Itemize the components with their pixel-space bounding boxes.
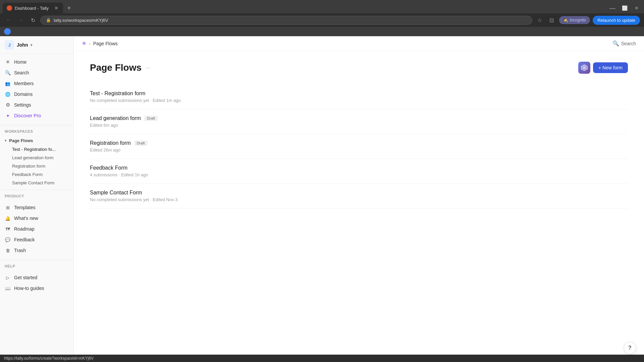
form-meta-reg-form: Edited 26m ago [90,147,628,153]
new-form-button[interactable]: + New form [593,62,628,73]
how-to-label: How-to guides [14,286,44,291]
main-content: ✳ › Page Flows 🔍 Search Page Flows ··· [74,36,644,355]
help-section-title: Help [0,261,73,269]
tab-close-button[interactable]: ✕ [54,5,59,11]
form-title-test-reg: Test - Registration form [90,90,145,97]
back-button[interactable]: ← [4,15,13,25]
whats-new-icon: 🔔 [5,215,11,221]
breadcrumb-separator: › [89,41,91,46]
new-form-area: + New form [578,62,628,74]
form-title-lead-gen: Lead generation form [90,115,141,121]
sidebar-item-roadmap[interactable]: 🗺 Roadmap [0,224,73,234]
trash-icon: 🗑 [5,247,11,253]
breadcrumb-current: Page Flows [93,41,118,46]
form-meta-sample-contact: No completed submissions yet · Edited No… [90,197,628,202]
form-list: Test - Registration form No completed su… [90,84,628,208]
breadcrumb-icon: ✳ [82,40,86,47]
roadmap-label: Roadmap [14,226,35,232]
page-title-row: Page Flows ··· + New form [90,62,628,74]
sidebar-header[interactable]: J John ▾ [0,36,73,54]
restore-button[interactable]: ⬜ [620,3,629,13]
sub-item-sample-contact[interactable]: Sample Contact Form [0,179,73,187]
roadmap-icon: 🗺 [5,226,11,232]
settings-label: Settings [14,102,31,108]
browser-chrome: Dashboard - Tally ✕ + — ⬜ ✕ ← → ↻ 🔒 tall… [0,0,644,36]
sidebar-item-trash[interactable]: 🗑 Trash [0,245,73,256]
templates-icon: ⊞ [5,204,11,210]
sub-item-reg-form[interactable]: Registration form [0,162,73,170]
sidebar-item-feedback[interactable]: 💬 Feedback [0,234,73,245]
get-started-label: Get started [14,275,37,280]
form-item-test-reg[interactable]: Test - Registration form No completed su… [90,84,628,109]
whats-new-label: What's new [14,216,38,221]
home-icon: ✳ [5,59,11,65]
close-window-button[interactable]: ✕ [632,3,641,13]
page-title: Page Flows [90,62,142,73]
sidebar-item-home[interactable]: ✳ Home [0,57,73,67]
workspace-page-flows-label: Page Flows [9,138,33,143]
sidebar-item-templates[interactable]: ⊞ Templates [0,202,73,213]
new-tab-button[interactable]: + [64,3,74,13]
sidebar-toggle-button[interactable]: ⊡ [547,15,556,25]
browser-nav: ← → ↻ 🔒 tally.so/workspaces/mKYj6V ☆ ⊡ 🕵… [0,13,644,27]
google-icon [4,28,11,35]
relaunch-button[interactable]: Relaunch to update [593,16,640,25]
main-header: ✳ › Page Flows 🔍 Search [74,36,644,51]
workspace-page-flows[interactable]: ▾ Page Flows [0,136,73,145]
tab-bar: Dashboard - Tally ✕ + — ⬜ ✕ [0,0,644,13]
templates-label: Templates [14,205,36,210]
app: J John ▾ ✳ Home 🔍 Search 👥 Members 🌐 Dom… [0,36,644,355]
sub-item-feedback-form[interactable]: Feedback Form [0,170,73,179]
sidebar-item-whats-new[interactable]: 🔔 What's new [0,213,73,224]
form-meta-test-reg: No completed submissions yet · Edited 1m… [90,98,628,103]
help-button[interactable]: ? [624,342,636,354]
search-icon: 🔍 [5,70,11,76]
page-menu-dots-button[interactable]: ··· [146,64,151,71]
sidebar-item-domains[interactable]: 🌐 Domains [0,89,73,100]
form-title-reg-form: Registration form [90,140,131,146]
home-label: Home [14,59,26,65]
workspace-chevron-icon: ▾ [31,43,33,47]
form-item-feedback[interactable]: Feedback Form 4 submissions · Edited 1h … [90,159,628,184]
bookmark-button[interactable]: ☆ [535,15,544,25]
domains-icon: 🌐 [5,91,11,97]
form-item-reg-form[interactable]: Registration form Draft Edited 26m ago [90,134,628,159]
divider-1 [0,125,73,125]
active-tab[interactable]: Dashboard - Tally ✕ [3,3,63,13]
header-search-icon: 🔍 [612,40,619,47]
workspace-toggle-icon: ▾ [5,139,6,142]
header-search-label: Search [621,41,636,46]
sub-item-lead-gen[interactable]: Lead generation form [0,154,73,162]
help-nav-section: ▷ Get started 📖 How-to guides [0,269,73,296]
sidebar: J John ▾ ✳ Home 🔍 Search 👥 Members 🌐 Dom… [0,36,74,355]
sidebar-item-members[interactable]: 👥 Members [0,78,73,89]
forward-button[interactable]: → [16,15,25,25]
incognito-button[interactable]: 🕵 Incognito [559,16,590,24]
reload-button[interactable]: ↻ [28,15,38,25]
search-label: Search [14,70,29,75]
logo-svg [581,64,588,71]
members-label: Members [14,81,34,86]
sidebar-item-discover-pro[interactable]: ✦ Discover Pro [0,110,73,121]
sub-item-test-reg[interactable]: Test - Registration fo... [0,145,73,154]
settings-icon: ⚙ [5,102,11,108]
form-title-feedback: Feedback Form [90,165,127,171]
form-item-sample-contact[interactable]: Sample Contact Form No completed submiss… [90,184,628,208]
sidebar-item-get-started[interactable]: ▷ Get started [0,272,73,283]
workspace-group: ▾ Page Flows Test - Registration fo... L… [0,135,73,188]
product-section-title: Product [0,191,73,199]
form-item-lead-gen[interactable]: Lead generation form Draft Edited 6m ago [90,109,628,134]
sidebar-item-how-to[interactable]: 📖 How-to guides [0,283,73,294]
divider-3 [0,260,73,260]
url-bar[interactable]: 🔒 tally.so/workspaces/mKYj6V [40,16,532,25]
workspace-logo-icon [578,62,590,74]
lock-icon: 🔒 [46,18,51,22]
header-search-button[interactable]: 🔍 Search [612,40,636,47]
sidebar-item-settings[interactable]: ⚙ Settings [0,100,73,110]
minimize-button[interactable]: — [608,3,617,13]
feedback-label: Feedback [14,237,35,242]
trash-label: Trash [14,248,26,253]
product-nav-section: ⊞ Templates 🔔 What's new 🗺 Roadmap 💬 Fee… [0,199,73,258]
get-started-icon: ▷ [5,275,11,281]
sidebar-item-search[interactable]: 🔍 Search [0,67,73,78]
